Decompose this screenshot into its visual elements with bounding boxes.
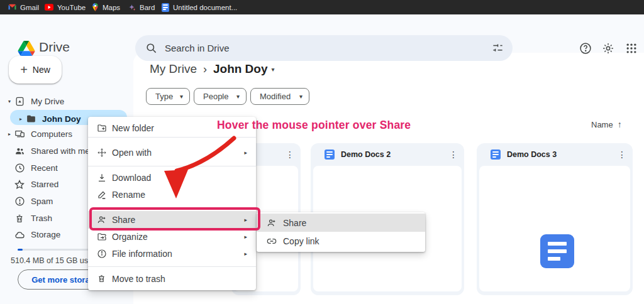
sidebar-item-label: Spam	[31, 197, 53, 206]
bookmark-label: Gmail	[20, 4, 39, 11]
bookmark-label: YouTube	[57, 4, 86, 11]
storage-progress-fill	[18, 249, 23, 251]
apps-grid-icon[interactable]	[625, 42, 638, 55]
docs-icon	[325, 149, 335, 160]
bookmark-label: Untitled document...	[173, 4, 237, 11]
chevron-down-icon[interactable]: ▾	[5, 99, 14, 104]
star-icon	[14, 179, 25, 190]
menu-item-label: Rename	[112, 190, 145, 200]
chevron-down-icon: ▾	[272, 66, 275, 73]
google-drive-screen: Gmail YouTube Maps Bard Untitled documen	[0, 0, 644, 304]
gmail-icon	[8, 4, 16, 11]
new-button-label: New	[33, 65, 50, 75]
download-icon	[97, 173, 107, 183]
sort-label: Name	[591, 120, 613, 129]
sidebar-item-spam[interactable]: Spam	[14, 193, 53, 210]
sidebar-item-starred[interactable]: Starred	[14, 176, 58, 193]
sidebar-item-label: My Drive	[31, 97, 64, 106]
breadcrumb: My Drive › John Doy ▾	[150, 61, 275, 77]
filter-chip-people[interactable]: People ▾	[194, 88, 247, 105]
docs-thumbnail-icon	[540, 234, 574, 268]
sort-ascending-arrow-icon: ↑	[618, 119, 622, 129]
sidebar-item-my-drive[interactable]: ▾ My Drive	[5, 93, 64, 110]
youtube-icon	[45, 4, 53, 11]
search-icon	[145, 42, 157, 54]
settings-gear-icon[interactable]	[602, 42, 614, 55]
breadcrumb-my-drive[interactable]: My Drive	[150, 62, 197, 76]
sidebar-item-trash[interactable]: Trash	[14, 210, 52, 227]
bookmark-bard[interactable]: Bard	[128, 0, 155, 14]
trash-icon	[97, 274, 107, 284]
drive-logo[interactable]	[18, 41, 35, 56]
submenu-item-share[interactable]: Share	[257, 214, 425, 232]
organize-folder-icon	[97, 232, 107, 242]
submenu-item-label: Share	[283, 218, 306, 228]
submenu-arrow-icon: ▸	[244, 149, 247, 156]
breadcrumb-separator: ›	[203, 63, 207, 76]
filter-chip-modified[interactable]: Modified ▾	[250, 88, 309, 105]
file-card-header: Demo Docs 3	[477, 143, 633, 166]
person-add-icon	[267, 218, 277, 228]
filter-chip-label: Modified	[260, 92, 291, 101]
search-bar[interactable]	[135, 35, 513, 61]
share-submenu: Share Copy link	[257, 212, 425, 252]
browser-bookmarks-bar: Gmail YouTube Maps Bard Untitled documen	[0, 0, 644, 14]
file-card-header: Demo Docs 2	[311, 143, 464, 166]
chevron-right-icon[interactable]: ▸	[16, 116, 25, 122]
annotation-arrow-icon	[158, 136, 238, 202]
my-drive-icon	[14, 96, 25, 107]
menu-item-move-to-trash[interactable]: Move to trash	[88, 270, 256, 288]
sidebar-item-label: Starred	[31, 180, 58, 189]
spam-icon	[14, 196, 25, 207]
filter-chip-label: Type	[155, 92, 173, 101]
file-card-demo-docs-3[interactable]: Demo Docs 3 ⋮	[477, 143, 633, 295]
annotation-text: Hover the mouse pointer over Share	[217, 119, 411, 132]
more-options-icon[interactable]: ⋮	[284, 148, 296, 161]
sidebar-item-recent[interactable]: Recent	[14, 160, 58, 176]
more-options-icon[interactable]: ⋮	[616, 148, 628, 161]
chevron-right-icon[interactable]: ▸	[5, 131, 14, 137]
menu-item-label: Organize	[112, 232, 148, 242]
sidebar-item-label: John Doy	[42, 114, 81, 124]
bookmark-youtube[interactable]: YouTube	[45, 0, 86, 14]
sidebar-item-computers[interactable]: ▸ Computers	[5, 126, 72, 143]
sidebar-item-storage[interactable]: Storage	[14, 226, 60, 243]
chevron-down-icon: ▾	[236, 93, 240, 100]
sidebar-item-label: Computers	[31, 129, 72, 139]
chevron-down-icon: ▾	[180, 93, 183, 100]
more-options-icon[interactable]: ⋮	[448, 148, 459, 161]
bookmark-label: Maps	[103, 4, 120, 11]
drive-header: Drive	[0, 14, 644, 53]
breadcrumb-current-folder[interactable]: John Doy ▾	[213, 62, 275, 76]
share-highlight-box	[89, 207, 260, 231]
bookmark-maps[interactable]: Maps	[92, 0, 120, 14]
sort-by-name-control[interactable]: Name ↑	[591, 119, 622, 129]
filter-chip-label: People	[203, 92, 228, 101]
submenu-item-copy-link[interactable]: Copy link	[257, 232, 425, 250]
help-icon[interactable]	[579, 42, 592, 55]
menu-item-organize[interactable]: Organize ▸	[88, 228, 256, 246]
search-options-icon[interactable]	[492, 42, 504, 54]
menu-item-label: Download	[112, 173, 151, 183]
menu-item-label: Open with	[112, 148, 152, 158]
menu-item-file-information[interactable]: File information ▸	[88, 245, 256, 263]
sidebar-item-shared-with-me[interactable]: Shared with me	[14, 143, 90, 160]
sidebar-item-label: Trash	[31, 214, 52, 223]
cloud-icon	[14, 229, 25, 241]
menu-item-label: New folder	[112, 123, 154, 133]
docs-icon	[162, 3, 169, 12]
new-folder-icon	[97, 123, 107, 133]
menu-divider	[88, 266, 256, 267]
submenu-arrow-icon: ▸	[244, 234, 247, 240]
link-icon	[267, 236, 277, 246]
info-icon	[97, 249, 107, 259]
search-input[interactable]	[165, 43, 492, 53]
bard-icon	[128, 4, 136, 11]
folder-icon	[25, 114, 36, 125]
new-button[interactable]: + New	[9, 56, 62, 84]
bookmark-gmail[interactable]: Gmail	[8, 0, 39, 14]
bookmark-untitled-document[interactable]: Untitled document...	[162, 0, 237, 14]
pencil-icon	[97, 190, 107, 200]
sidebar-item-john-doy[interactable]: ▸ John Doy	[16, 111, 81, 128]
filter-chip-type[interactable]: Type ▾	[146, 88, 190, 105]
